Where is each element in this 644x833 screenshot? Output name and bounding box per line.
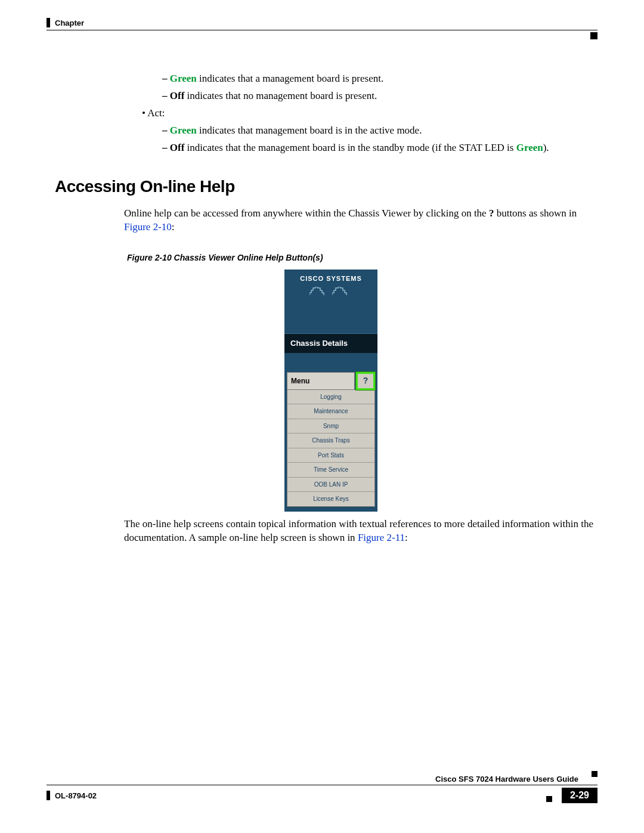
menu-list: Logging Maintenance Snmp Chassis Traps P… bbox=[287, 390, 375, 507]
chapter-label: Chapter bbox=[55, 18, 84, 27]
header-rule bbox=[47, 30, 597, 30]
footer-guide-title: Cisco SFS 7024 Hardware Users Guide bbox=[47, 775, 578, 784]
section-heading: Accessing On-line Help bbox=[55, 175, 597, 198]
header-mark bbox=[47, 18, 50, 27]
menu-header[interactable]: Menu bbox=[287, 372, 355, 390]
footer-rule bbox=[47, 785, 597, 785]
menu-item-port-stats[interactable]: Port Stats bbox=[287, 448, 374, 463]
text: : bbox=[405, 532, 408, 543]
list-item: Off indicates that the management board … bbox=[162, 141, 597, 155]
list-item: Green indicates that a management board … bbox=[162, 72, 597, 86]
text: indicates that no management board is pr… bbox=[184, 90, 377, 101]
figure-link[interactable]: Figure 2-10 bbox=[124, 221, 172, 233]
cisco-logo-text: CISCO SYSTEMS bbox=[284, 270, 377, 283]
footer-square-icon bbox=[592, 771, 597, 777]
menu-item-chassis-traps[interactable]: Chassis Traps bbox=[287, 433, 374, 448]
screenshot-chassis-viewer: CISCO SYSTEMS Chassis Details Menu ? Log… bbox=[284, 270, 377, 512]
text: Online help can be accessed from anywher… bbox=[124, 208, 489, 219]
page-footer: Cisco SFS 7024 Hardware Users Guide OL-8… bbox=[47, 775, 597, 803]
header-square-icon bbox=[590, 32, 597, 39]
act-label: Act: bbox=[147, 107, 165, 119]
text: indicates that the management board is i… bbox=[184, 142, 516, 153]
figure-link[interactable]: Figure 2-11 bbox=[358, 532, 405, 543]
list-item: Green indicates that management board is… bbox=[162, 124, 597, 138]
list-item: Act: bbox=[142, 107, 597, 120]
figure-caption: Figure 2-10 Chassis Viewer Online Help B… bbox=[127, 252, 597, 264]
text: : bbox=[172, 221, 175, 233]
menu-item-license-keys[interactable]: License Keys bbox=[287, 491, 374, 506]
list-item: Off indicates that no management board i… bbox=[162, 89, 597, 103]
green-label: Green bbox=[170, 73, 197, 84]
page-header: Chapter bbox=[47, 18, 597, 27]
menu-item-maintenance[interactable]: Maintenance bbox=[287, 404, 374, 419]
text: ). bbox=[543, 142, 549, 153]
menu-item-oob-lan-ip[interactable]: OOB LAN IP bbox=[287, 477, 374, 492]
text: buttons as shown in bbox=[494, 208, 577, 219]
green-label: Green bbox=[516, 142, 543, 153]
paragraph: Online help can be accessed from anywher… bbox=[124, 207, 597, 234]
cisco-bridge-icon bbox=[284, 286, 377, 294]
paragraph: The on-line help screens contain topical… bbox=[124, 518, 597, 545]
footer-square-icon bbox=[546, 796, 552, 802]
text: indicates that management board is in th… bbox=[197, 125, 422, 136]
chassis-details-header: Chassis Details bbox=[284, 333, 377, 353]
menu-item-time-service[interactable]: Time Service bbox=[287, 462, 374, 477]
menu-item-snmp[interactable]: Snmp bbox=[287, 419, 374, 433]
off-label: Off bbox=[170, 90, 185, 101]
footer-bar-icon bbox=[47, 791, 50, 800]
off-label: Off bbox=[170, 142, 185, 153]
help-button[interactable]: ? bbox=[356, 372, 375, 390]
green-label: Green bbox=[170, 125, 197, 136]
menu-item-logging[interactable]: Logging bbox=[287, 390, 374, 404]
text: indicates that a management board is pre… bbox=[197, 73, 383, 84]
footer-doc-id: OL-8794-02 bbox=[47, 791, 97, 800]
page-number: 2-29 bbox=[562, 788, 597, 803]
